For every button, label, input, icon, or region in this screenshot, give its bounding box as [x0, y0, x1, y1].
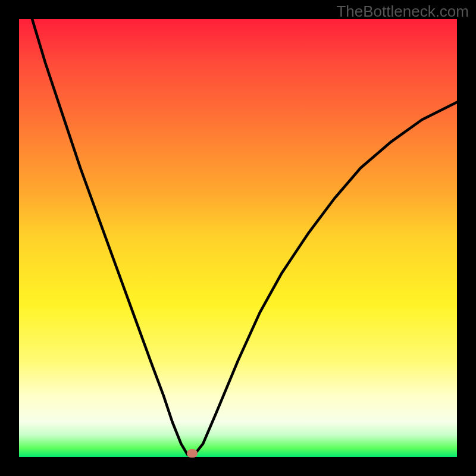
optimal-point-marker — [187, 449, 198, 458]
bottleneck-curve — [32, 19, 457, 455]
curve-svg — [19, 19, 457, 457]
plot-area — [19, 19, 457, 457]
chart-frame: TheBottleneck.com — [0, 0, 476, 476]
watermark-text: TheBottleneck.com — [336, 2, 469, 21]
